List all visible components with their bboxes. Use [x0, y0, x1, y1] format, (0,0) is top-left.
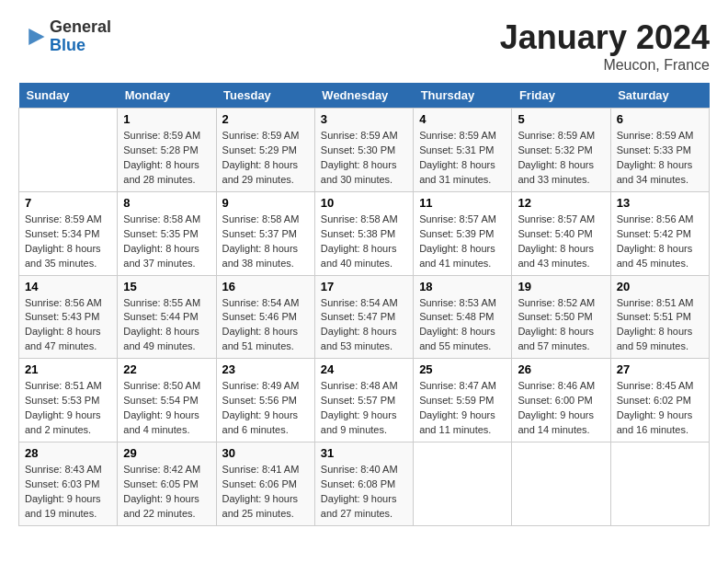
- day-info: Sunrise: 8:55 AMSunset: 5:44 PMDaylight:…: [123, 296, 210, 355]
- day-number: 14: [25, 280, 111, 293]
- day-number: 13: [617, 196, 703, 210]
- calendar-cell: 11Sunrise: 8:57 AMSunset: 5:39 PMDayligh…: [414, 191, 512, 275]
- day-number: 11: [419, 196, 506, 210]
- calendar-cell: 25Sunrise: 8:47 AMSunset: 5:59 PMDayligh…: [414, 359, 512, 442]
- calendar-cell: 9Sunrise: 8:58 AMSunset: 5:37 PMDaylight…: [216, 191, 314, 275]
- day-number: 3: [321, 112, 407, 126]
- header-day-sunday: Sunday: [19, 83, 118, 109]
- svg-marker-0: [28, 29, 44, 45]
- day-info: Sunrise: 8:59 AMSunset: 5:34 PMDaylight:…: [25, 213, 111, 271]
- calendar-cell: 30Sunrise: 8:41 AMSunset: 6:06 PMDayligh…: [216, 442, 314, 526]
- calendar-table: SundayMondayTuesdayWednesdayThursdayFrid…: [18, 83, 710, 526]
- day-info: Sunrise: 8:59 AMSunset: 5:32 PMDaylight:…: [518, 129, 604, 188]
- day-info: Sunrise: 8:59 AMSunset: 5:30 PMDaylight:…: [321, 129, 407, 188]
- day-number: 6: [617, 112, 703, 126]
- month-title: January 2024: [500, 18, 710, 57]
- day-info: Sunrise: 8:59 AMSunset: 5:33 PMDaylight:…: [617, 129, 703, 188]
- day-info: Sunrise: 8:59 AMSunset: 5:29 PMDaylight:…: [222, 129, 309, 188]
- calendar-cell: 5Sunrise: 8:59 AMSunset: 5:32 PMDaylight…: [512, 109, 610, 192]
- day-number: 4: [419, 112, 506, 126]
- header-day-friday: Friday: [512, 83, 610, 109]
- day-number: 26: [518, 362, 604, 376]
- day-info: Sunrise: 8:42 AMSunset: 6:05 PMDaylight:…: [123, 463, 210, 522]
- day-number: 7: [25, 196, 111, 210]
- day-number: 5: [518, 112, 604, 126]
- day-info: Sunrise: 8:40 AMSunset: 6:08 PMDaylight:…: [321, 463, 407, 522]
- page-header: General Blue January 2024 Meucon, France: [18, 18, 710, 74]
- calendar-cell: 14Sunrise: 8:56 AMSunset: 5:43 PMDayligh…: [19, 275, 118, 359]
- day-number: 1: [123, 112, 210, 126]
- logo-text: General Blue: [50, 18, 111, 55]
- calendar-cell: 16Sunrise: 8:54 AMSunset: 5:46 PMDayligh…: [216, 275, 314, 359]
- day-number: 27: [617, 362, 703, 376]
- calendar-cell: 18Sunrise: 8:53 AMSunset: 5:48 PMDayligh…: [414, 275, 512, 359]
- calendar-cell: 7Sunrise: 8:59 AMSunset: 5:34 PMDaylight…: [19, 191, 118, 275]
- day-number: 10: [321, 196, 407, 210]
- day-info: Sunrise: 8:56 AMSunset: 5:43 PMDaylight:…: [25, 296, 111, 355]
- week-row: 28Sunrise: 8:43 AMSunset: 6:03 PMDayligh…: [19, 442, 710, 526]
- location: Meucon, France: [500, 57, 710, 74]
- day-number: 8: [123, 196, 210, 210]
- day-number: 23: [222, 362, 309, 376]
- day-info: Sunrise: 8:54 AMSunset: 5:46 PMDaylight:…: [222, 296, 309, 355]
- day-info: Sunrise: 8:57 AMSunset: 5:40 PMDaylight:…: [518, 213, 604, 271]
- calendar-cell: 4Sunrise: 8:59 AMSunset: 5:31 PMDaylight…: [414, 109, 512, 192]
- calendar-cell: 10Sunrise: 8:58 AMSunset: 5:38 PMDayligh…: [314, 191, 413, 275]
- calendar-cell: 29Sunrise: 8:42 AMSunset: 6:05 PMDayligh…: [118, 442, 216, 526]
- calendar-cell: 17Sunrise: 8:54 AMSunset: 5:47 PMDayligh…: [314, 275, 413, 359]
- day-number: 2: [222, 112, 309, 126]
- day-number: 28: [25, 446, 111, 460]
- day-info: Sunrise: 8:47 AMSunset: 5:59 PMDaylight:…: [419, 379, 506, 438]
- logo-icon: [18, 23, 46, 51]
- calendar-cell: 3Sunrise: 8:59 AMSunset: 5:30 PMDaylight…: [314, 109, 413, 192]
- day-info: Sunrise: 8:59 AMSunset: 5:28 PMDaylight:…: [123, 129, 210, 188]
- week-row: 7Sunrise: 8:59 AMSunset: 5:34 PMDaylight…: [19, 191, 710, 275]
- day-number: 24: [321, 362, 407, 376]
- week-row: 21Sunrise: 8:51 AMSunset: 5:53 PMDayligh…: [19, 359, 710, 442]
- calendar-cell: 1Sunrise: 8:59 AMSunset: 5:28 PMDaylight…: [118, 109, 216, 192]
- header-day-saturday: Saturday: [610, 83, 709, 109]
- day-info: Sunrise: 8:43 AMSunset: 6:03 PMDaylight:…: [25, 463, 111, 522]
- header-row: SundayMondayTuesdayWednesdayThursdayFrid…: [19, 83, 710, 109]
- day-info: Sunrise: 8:56 AMSunset: 5:42 PMDaylight:…: [617, 213, 703, 271]
- day-info: Sunrise: 8:49 AMSunset: 5:56 PMDaylight:…: [222, 379, 309, 438]
- calendar-cell: 31Sunrise: 8:40 AMSunset: 6:08 PMDayligh…: [314, 442, 413, 526]
- day-info: Sunrise: 8:48 AMSunset: 5:57 PMDaylight:…: [321, 379, 407, 438]
- logo: General Blue: [18, 18, 111, 55]
- header-day-wednesday: Wednesday: [314, 83, 413, 109]
- day-number: 18: [419, 280, 506, 293]
- calendar-cell: [414, 442, 512, 526]
- header-day-monday: Monday: [118, 83, 216, 109]
- calendar-cell: 6Sunrise: 8:59 AMSunset: 5:33 PMDaylight…: [610, 109, 709, 192]
- calendar-cell: 8Sunrise: 8:58 AMSunset: 5:35 PMDaylight…: [118, 191, 216, 275]
- calendar-cell: 20Sunrise: 8:51 AMSunset: 5:51 PMDayligh…: [610, 275, 709, 359]
- day-number: 21: [25, 362, 111, 376]
- day-info: Sunrise: 8:53 AMSunset: 5:48 PMDaylight:…: [419, 296, 506, 355]
- day-number: 12: [518, 196, 604, 210]
- day-number: 9: [222, 196, 309, 210]
- header-day-tuesday: Tuesday: [216, 83, 314, 109]
- calendar-cell: [512, 442, 610, 526]
- calendar-header: SundayMondayTuesdayWednesdayThursdayFrid…: [19, 83, 710, 109]
- calendar-body: 1Sunrise: 8:59 AMSunset: 5:28 PMDaylight…: [19, 109, 710, 526]
- calendar-cell: 15Sunrise: 8:55 AMSunset: 5:44 PMDayligh…: [118, 275, 216, 359]
- day-info: Sunrise: 8:51 AMSunset: 5:53 PMDaylight:…: [25, 379, 111, 438]
- day-info: Sunrise: 8:54 AMSunset: 5:47 PMDaylight:…: [321, 296, 407, 355]
- day-number: 31: [321, 446, 407, 460]
- calendar-cell: 23Sunrise: 8:49 AMSunset: 5:56 PMDayligh…: [216, 359, 314, 442]
- calendar-cell: 26Sunrise: 8:46 AMSunset: 6:00 PMDayligh…: [512, 359, 610, 442]
- day-info: Sunrise: 8:50 AMSunset: 5:54 PMDaylight:…: [123, 379, 210, 438]
- calendar-cell: 12Sunrise: 8:57 AMSunset: 5:40 PMDayligh…: [512, 191, 610, 275]
- calendar-cell: 24Sunrise: 8:48 AMSunset: 5:57 PMDayligh…: [314, 359, 413, 442]
- day-number: 30: [222, 446, 309, 460]
- calendar-cell: 13Sunrise: 8:56 AMSunset: 5:42 PMDayligh…: [610, 191, 709, 275]
- day-info: Sunrise: 8:58 AMSunset: 5:37 PMDaylight:…: [222, 213, 309, 271]
- week-row: 1Sunrise: 8:59 AMSunset: 5:28 PMDaylight…: [19, 109, 710, 192]
- day-info: Sunrise: 8:59 AMSunset: 5:31 PMDaylight:…: [419, 129, 506, 188]
- calendar-cell: 21Sunrise: 8:51 AMSunset: 5:53 PMDayligh…: [19, 359, 118, 442]
- day-info: Sunrise: 8:45 AMSunset: 6:02 PMDaylight:…: [617, 379, 703, 438]
- calendar-cell: 19Sunrise: 8:52 AMSunset: 5:50 PMDayligh…: [512, 275, 610, 359]
- day-number: 22: [123, 362, 210, 376]
- day-info: Sunrise: 8:51 AMSunset: 5:51 PMDaylight:…: [617, 296, 703, 355]
- day-number: 25: [419, 362, 506, 376]
